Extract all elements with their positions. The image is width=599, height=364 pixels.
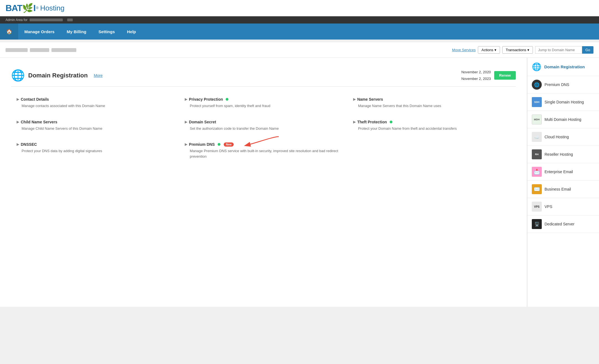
feature-theft-title: ▶ Theft Protection [353, 120, 510, 124]
dns-icon: 🌐 [532, 80, 542, 90]
arrow-icon-3: ▶ [353, 97, 356, 101]
feature-premium-dns-desc: Manage Premium DNS service with built-in… [185, 148, 342, 159]
vps-icon: VPS [532, 202, 542, 212]
feature-nameservers-desc: Manage Name Servers that this Domain Nam… [353, 103, 510, 109]
sidebar-item-cloud-hosting[interactable]: ☁️ Cloud Hosting [527, 128, 599, 146]
logo-area: BAT 🌿 I ® Hosting [6, 3, 64, 13]
sidebar-top-globe-icon: 🌐 [532, 62, 541, 71]
cloud-icon: ☁️ [532, 132, 542, 142]
sidebar-item-business-email[interactable]: ✉️ Business Email [527, 181, 599, 198]
sidebar-label-enterprise-email: Enterprise Email [545, 170, 573, 174]
domain-start-date: November 2, 2020 [461, 69, 491, 75]
sdh-icon: SDH [532, 97, 542, 107]
sidebar-label-reseller-hosting: Reseller Hosting [545, 152, 573, 157]
sidebar-item-enterprise-email[interactable]: 📩 Enterprise Email [527, 163, 599, 181]
premium-dns-status-dot [218, 143, 220, 146]
admin-bar: Admin Area for [0, 16, 599, 24]
admin-label: Admin Area for [6, 18, 27, 22]
business-email-icon: ✉️ [532, 184, 542, 194]
logo-registered: ® [36, 6, 38, 10]
feature-domain-secret: ▶ Domain Secret Set the authorization co… [179, 115, 347, 137]
transactions-button[interactable]: Transactions ▾ [502, 46, 533, 54]
feature-name-servers: ▶ Name Servers Manage Name Servers that … [348, 92, 516, 115]
feature-theft-desc: Protect your Domain Name from theft and … [353, 126, 510, 131]
domain-section: 🌐 Domain Registration More November 2, 2… [6, 63, 521, 168]
admin-username-blur [30, 19, 63, 21]
breadcrumb-actions: Move Services Actions ▾ Transactions ▾ G… [452, 46, 593, 54]
nav: 🏠 Manage Orders My Billing Settings Help [0, 24, 599, 40]
feature-domain-secret-desc: Set the authorization code to transfer t… [185, 126, 342, 131]
feature-domain-secret-title: ▶ Domain Secret [185, 120, 342, 124]
sidebar-item-single-domain-hosting[interactable]: SDH Single Domain Hosting [527, 93, 599, 111]
sidebar-label-dedicated-server: Dedicated Server [545, 222, 574, 226]
nav-my-billing[interactable]: My Billing [61, 24, 92, 39]
nav-settings[interactable]: Settings [92, 24, 121, 39]
sidebar-label-cloud-hosting: Cloud Hosting [545, 135, 569, 139]
right-sidebar: 🌐 Domain Registration 🌐 Premium DNS SDH … [527, 58, 599, 307]
home-nav-button[interactable]: 🏠 [0, 24, 18, 40]
feature-contact-title: ▶ Contact Details [17, 97, 174, 102]
chevron-down-icon: ▾ [494, 48, 496, 52]
actions-button[interactable]: Actions ▾ [478, 46, 500, 54]
sidebar-item-reseller-hosting[interactable]: RH Reseller Hosting [527, 146, 599, 163]
feature-privacy-desc: Protect yourself from spam, identity the… [185, 103, 342, 109]
left-panel: 🌐 Domain Registration More November 2, 2… [0, 58, 527, 307]
feature-theft-protection: ▶ Theft Protection Protect your Domain N… [348, 115, 516, 137]
domain-header: 🌐 Domain Registration More November 2, 2… [11, 69, 516, 82]
renew-button[interactable]: Renew [494, 71, 516, 80]
feature-privacy-title: ▶ Privacy Protection [185, 97, 342, 102]
logo-hosting-text: Hosting [40, 4, 64, 12]
theft-status-dot [390, 121, 392, 123]
breadcrumb-part1 [6, 48, 28, 52]
logo-leaf-icon: 🌿 [22, 3, 33, 13]
go-button[interactable]: Go [582, 46, 593, 54]
breadcrumb-part3 [51, 48, 76, 52]
domain-more-link[interactable]: More [94, 73, 103, 78]
jump-to-domain: Go [535, 46, 593, 54]
sidebar-label-vps: VPS [545, 204, 552, 209]
sidebar-item-vps[interactable]: VPS VPS [527, 198, 599, 215]
move-services-link[interactable]: Move Services [452, 48, 476, 52]
breadcrumb-part2 [30, 48, 49, 52]
feature-contact-details: ▶ Contact Details Manage contacts associ… [11, 92, 179, 115]
sidebar-item-dedicated-server[interactable]: 🖥️ Dedicated Server [527, 215, 599, 233]
feature-privacy-protection: ▶ Privacy Protection Protect yourself fr… [179, 92, 347, 115]
header: BAT 🌿 I ® Hosting [0, 0, 599, 16]
rh-icon: RH [532, 149, 542, 159]
arrow-icon-4: ▶ [17, 120, 19, 124]
feature-premium-dns-title: ▶ Premium DNS New [185, 142, 342, 147]
logo-i-text: I [33, 3, 36, 13]
sidebar-label-multi-domain: Multi Domain Hosting [545, 117, 581, 122]
sidebar-label-premium-dns: Premium DNS [545, 82, 569, 87]
domain-end-date: November 2, 2023 [461, 76, 491, 82]
new-badge: New [224, 142, 234, 147]
feature-dnssec: ▶ DNSSEC Protect your DNS data by adding… [11, 137, 179, 165]
enterprise-email-icon: 📩 [532, 167, 542, 177]
main-panel: 🌐 Domain Registration More November 2, 2… [0, 58, 599, 307]
jump-to-domain-input[interactable] [535, 46, 582, 54]
nav-manage-orders[interactable]: Manage Orders [18, 24, 61, 39]
sidebar-item-premium-dns[interactable]: 🌐 Premium DNS [527, 76, 599, 93]
nav-help[interactable]: Help [121, 24, 142, 39]
arrow-icon-6: ▶ [353, 120, 356, 124]
sidebar-label-single-domain: Single Domain Hosting [545, 100, 584, 104]
sidebar-top: 🌐 Domain Registration [527, 58, 599, 76]
feature-contact-desc: Manage contacts associated with this Dom… [17, 103, 174, 109]
feature-nameservers-title: ▶ Name Servers [353, 97, 510, 102]
feature-child-ns-desc: Manage Child Name Servers of this Domain… [17, 126, 174, 131]
feature-dnssec-desc: Protect your DNS data by adding digital … [17, 148, 174, 154]
sidebar-label-business-email: Business Email [545, 187, 571, 191]
sidebar-item-multi-domain-hosting[interactable]: MDH Multi Domain Hosting [527, 111, 599, 128]
features-grid: ▶ Contact Details Manage contacts associ… [11, 92, 516, 165]
sidebar-top-title: Domain Registration [544, 64, 585, 69]
breadcrumb [6, 48, 76, 52]
arrow-icon-8: ▶ [185, 142, 187, 146]
logo-text: BAT [6, 3, 22, 13]
admin-extra-blur [67, 19, 73, 21]
arrow-icon-2: ▶ [185, 97, 187, 101]
domain-globe-icon: 🌐 [11, 69, 25, 82]
domain-dates: November 2, 2020 November 2, 2023 [461, 69, 491, 82]
dedicated-server-icon: 🖥️ [532, 219, 542, 229]
feature-premium-dns: ▶ Premium DNS New [179, 137, 347, 165]
arrow-icon-5: ▶ [185, 120, 187, 124]
